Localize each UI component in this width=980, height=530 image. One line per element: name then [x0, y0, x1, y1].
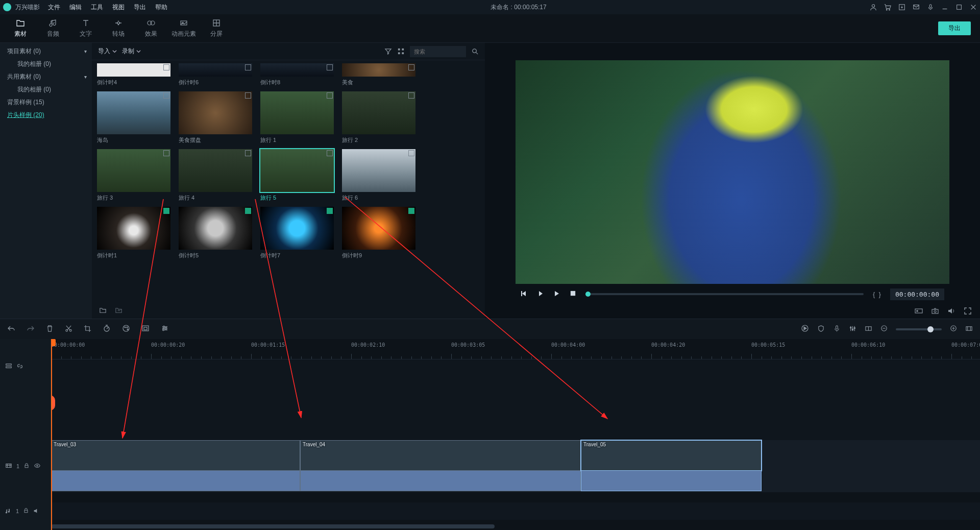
sidebar-item[interactable]: 我的相册 (0) — [0, 83, 92, 96]
mic-icon[interactable] — [927, 4, 934, 11]
sidebar-item[interactable]: 片头样例 (20) — [0, 109, 92, 122]
green-screen-button[interactable] — [141, 324, 150, 334]
time-ruler[interactable]: 00:00:00:0000:00:00:2000:00:01:1500:00:0… — [51, 339, 980, 359]
media-thumb[interactable]: 旅行 2 — [342, 91, 415, 144]
tab-音频[interactable]: 音频 — [37, 18, 69, 38]
zoom-out-button[interactable] — [880, 325, 888, 333]
timeline-tracks[interactable]: 00:00:00:0000:00:00:2000:00:01:1500:00:0… — [51, 339, 980, 530]
voiceover-icon[interactable] — [833, 325, 841, 334]
app-logo-icon — [3, 3, 11, 11]
timeline-clip[interactable]: Travel_05 — [581, 440, 762, 471]
tab-转场[interactable]: 转场 — [102, 18, 135, 38]
undo-button[interactable] — [7, 324, 15, 334]
search-input[interactable] — [410, 46, 466, 57]
media-thumb[interactable]: 美食 — [342, 63, 415, 86]
lock-icon[interactable] — [23, 508, 29, 515]
zoom-slider[interactable] — [896, 328, 942, 330]
zoom-in-button[interactable] — [950, 325, 957, 333]
sidebar-item[interactable]: 我的相册 (0) — [0, 58, 92, 70]
sidebar-item[interactable]: 共用素材 (0)▾ — [0, 70, 92, 83]
timeline-clip[interactable]: Travel_04 — [300, 440, 581, 471]
timeline-clip-audio[interactable] — [51, 471, 300, 491]
menu-编辑[interactable]: 编辑 — [69, 3, 82, 12]
play-button[interactable] — [553, 290, 560, 299]
search-icon[interactable] — [471, 47, 479, 55]
prev-frame-button[interactable] — [521, 290, 528, 299]
menu-工具[interactable]: 工具 — [91, 3, 103, 12]
media-thumb[interactable]: 倒计时1 — [97, 207, 170, 259]
download-icon[interactable] — [898, 4, 905, 11]
preview-progress[interactable] — [585, 293, 864, 295]
media-thumb[interactable]: 倒计时9 — [342, 207, 415, 259]
sidebar-item[interactable]: 项目素材 (0)▾ — [0, 45, 92, 58]
media-thumb[interactable]: 美食摆盘 — [179, 91, 252, 144]
message-icon[interactable] — [913, 4, 920, 11]
volume-icon[interactable] — [947, 307, 955, 317]
import-dropdown[interactable]: 导入 — [98, 47, 117, 56]
media-thumb[interactable]: 旅行 6 — [342, 149, 415, 202]
folder-icon[interactable] — [99, 306, 107, 314]
sidebar-item[interactable]: 背景样例 (15) — [0, 96, 92, 109]
minimize-icon[interactable] — [941, 4, 948, 11]
timeline-clip-audio[interactable] — [581, 471, 762, 491]
eye-icon[interactable] — [34, 462, 41, 470]
tab-分屏[interactable]: 分屏 — [200, 18, 233, 38]
audio-mixer-icon[interactable] — [849, 325, 856, 334]
preview-video[interactable] — [516, 60, 949, 284]
media-thumb[interactable]: 倒计时7 — [260, 207, 334, 259]
media-thumb[interactable]: 倒计时6 — [179, 63, 252, 86]
color-button[interactable] — [122, 324, 130, 334]
playhead[interactable] — [51, 339, 52, 530]
lock-icon[interactable] — [23, 463, 30, 470]
speed-button[interactable] — [103, 324, 111, 334]
maximize-icon[interactable] — [955, 4, 963, 11]
media-thumb[interactable]: 倒计时8 — [260, 63, 334, 86]
timeline-clip[interactable]: Travel_03 — [51, 440, 300, 471]
media-thumb[interactable]: 海岛 — [97, 91, 170, 144]
media-thumb[interactable]: 旅行 3 — [97, 149, 170, 202]
play-backward-button[interactable] — [537, 290, 544, 299]
grid-view-icon[interactable] — [397, 47, 405, 55]
crop-button[interactable] — [84, 325, 91, 334]
timeline-scrollbar[interactable] — [51, 524, 975, 529]
tab-动画元素[interactable]: 动画元素 — [167, 18, 200, 38]
menu-文件[interactable]: 文件 — [48, 3, 60, 12]
media-thumb[interactable]: 旅行 5 — [260, 149, 334, 202]
zoom-fit-button[interactable] — [965, 325, 973, 334]
mark-in-out-button[interactable]: { } — [873, 291, 881, 298]
tab-素材[interactable]: 素材 — [4, 18, 37, 38]
cart-icon[interactable] — [884, 4, 891, 11]
export-button[interactable]: 导出 — [938, 21, 971, 35]
user-icon[interactable] — [870, 4, 877, 11]
marker-shield-icon[interactable] — [817, 325, 825, 334]
record-dropdown[interactable]: 录制 — [122, 47, 141, 56]
speaker-icon[interactable] — [33, 508, 40, 515]
delete-button[interactable] — [46, 325, 54, 334]
quality-icon[interactable] — [915, 307, 923, 317]
menu-导出[interactable]: 导出 — [134, 3, 146, 12]
svg-rect-17 — [521, 291, 522, 296]
media-thumb[interactable]: 旅行 1 — [260, 91, 334, 144]
snapshot-icon[interactable] — [931, 307, 939, 317]
link-icon[interactable] — [16, 363, 23, 371]
keyframe-icon[interactable] — [865, 325, 872, 334]
timeline-clip-audio[interactable] — [300, 471, 581, 491]
close-icon[interactable] — [970, 4, 977, 11]
folder-remove-icon[interactable] — [115, 306, 122, 314]
cut-button[interactable] — [65, 325, 72, 334]
media-thumb[interactable]: 倒计时5 — [179, 207, 252, 259]
media-thumb[interactable]: 旅行 4 — [179, 149, 252, 202]
media-thumb[interactable]: 倒计时4 — [97, 63, 170, 86]
filter-icon[interactable] — [384, 47, 392, 55]
adjust-button[interactable] — [161, 324, 169, 334]
tab-文字[interactable]: 文字 — [69, 18, 102, 38]
menu-视图[interactable]: 视图 — [112, 3, 125, 12]
redo-button[interactable] — [27, 324, 35, 334]
menu-帮助[interactable]: 帮助 — [155, 3, 167, 12]
tab-效果[interactable]: 效果 — [135, 18, 167, 38]
fullscreen-icon[interactable] — [964, 307, 972, 317]
download-badge-icon — [327, 208, 333, 214]
track-manage-icon[interactable] — [5, 363, 12, 371]
render-button[interactable] — [801, 324, 809, 334]
stop-button[interactable] — [570, 290, 576, 298]
